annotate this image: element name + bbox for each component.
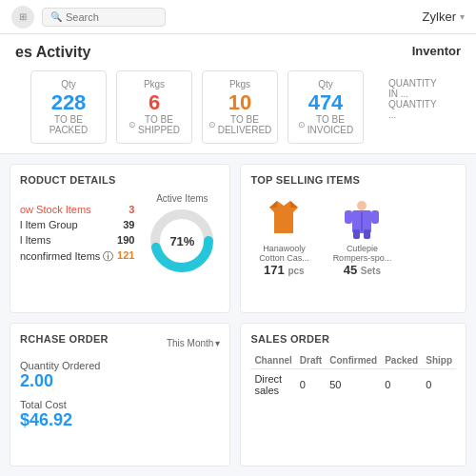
- inventory-side: QUANTITY IN ... QUANTITY ...: [373, 70, 451, 144]
- stat-number-delivered: 10: [216, 91, 264, 114]
- search-bar[interactable]: 🔍: [42, 8, 166, 27]
- svg-point-6: [357, 201, 367, 210]
- company-name: Zylker: [423, 10, 456, 24]
- so-cell-shipped-1: 0: [422, 369, 456, 401]
- po-cost-stat: Total Cost $46.92: [20, 399, 220, 430]
- so-row-1[interactable]: Direct sales 0 50 0 0: [250, 369, 456, 401]
- app-logo[interactable]: ⊞: [11, 6, 34, 29]
- search-icon: 🔍: [50, 11, 62, 22]
- purchase-order-card: RCHASE ORDER This Month ▾ Quantity Order…: [10, 323, 230, 466]
- svg-rect-11: [364, 229, 370, 239]
- page-header: es Activity Inventor Qty 228 TO BE PACKE…: [0, 34, 476, 154]
- po-period[interactable]: This Month ▾: [167, 338, 220, 348]
- stat-card-packed[interactable]: Qty 228 TO BE PACKED: [30, 70, 107, 144]
- app-icon: ⊞: [19, 11, 27, 22]
- stat-desc-packed: TO BE PACKED: [45, 114, 92, 135]
- main-area: es Activity Inventor Qty 228 TO BE PACKE…: [0, 34, 476, 476]
- content-area: es Activity Inventor Qty 228 TO BE PACKE…: [0, 34, 476, 476]
- stat-unit-invoiced: Qty: [302, 79, 349, 89]
- product-list: ow Stock Items 3 l Item Group 39 l Items…: [20, 202, 134, 266]
- so-col-draft: Draft: [296, 352, 326, 369]
- stat-card-shipped[interactable]: Pkgs 6 ⊙ TO BE SHIPPED: [116, 70, 192, 144]
- nav-left: ⊞ 🔍: [11, 6, 166, 29]
- donut-percentage: 71%: [169, 234, 194, 248]
- svg-rect-7: [345, 210, 352, 224]
- stat-desc-delivered: ⊙ TO BE DELIVERED: [216, 114, 264, 135]
- po-qty-value: 2.00: [20, 371, 220, 391]
- item-unit-1: pcs: [288, 266, 304, 276]
- so-col-packed: Packed: [381, 352, 422, 369]
- po-qty-label: Quantity Ordered: [20, 360, 220, 371]
- stat-unit-packed: Qty: [45, 79, 92, 89]
- svg-marker-3: [269, 201, 277, 208]
- so-header-row: Channel Draft Confirmed Packed Shipp: [250, 352, 456, 369]
- item-group-label: l Item Group: [20, 219, 78, 230]
- svg-rect-10: [353, 229, 360, 239]
- so-cell-channel-1: Direct sales: [250, 369, 295, 401]
- po-title: RCHASE ORDER: [20, 333, 109, 345]
- clock-icon: ⊙: [129, 120, 136, 129]
- po-qty-stat: Quantity Ordered 2.00: [20, 360, 220, 391]
- jacket-svg: [338, 193, 386, 241]
- product-content: ow Stock Items 3 l Item Group 39 l Items…: [20, 193, 220, 274]
- so-cell-draft-1: 0: [296, 369, 326, 401]
- clock-icon-2: ⊙: [208, 120, 216, 129]
- stat-unit-delivered: Pkgs: [216, 79, 264, 89]
- item-name-2: Cutlepie Rompers-spo...: [328, 244, 395, 263]
- svg-marker-4: [290, 201, 298, 208]
- tshirt-svg: [260, 193, 307, 241]
- unconfirmed-value: 121: [117, 249, 134, 264]
- inventory-label: Inventor: [412, 44, 461, 58]
- low-stock-value: 3: [129, 204, 134, 215]
- chevron-down-icon-po: ▾: [215, 338, 220, 348]
- product-details-title: RODUCT DETAILS: [20, 174, 220, 186]
- top-nav: ⊞ 🔍 Zylker ▾: [0, 0, 476, 34]
- item-image-1: [260, 193, 307, 241]
- stat-card-invoiced[interactable]: Qty 474 ⊙ TO BE INVOICED: [288, 70, 364, 144]
- so-col-shipped: Shipp: [422, 352, 456, 369]
- items-value: 190: [117, 234, 134, 246]
- page-title: es Activity: [15, 44, 90, 61]
- donut-chart-container: Active Items 71%: [144, 193, 220, 274]
- po-cost-label: Total Cost: [20, 399, 220, 410]
- so-table: Channel Draft Confirmed Packed Shipp Dir…: [250, 352, 456, 400]
- stat-number-packed: 228: [45, 91, 92, 114]
- so-col-channel: Channel: [250, 352, 295, 369]
- so-cell-confirmed-1: 50: [326, 369, 381, 401]
- stat-number-shipped: 6: [130, 91, 178, 114]
- product-row-lowstock[interactable]: ow Stock Items 3: [20, 202, 134, 217]
- product-row-unconfirmed[interactable]: nconfirmed Items ⓘ 121: [20, 248, 134, 266]
- top-selling-title: TOP SELLING ITEMS: [250, 174, 456, 186]
- stat-unit-shipped: Pkgs: [130, 79, 178, 89]
- stat-desc-invoiced: ⊙ TO BE INVOICED: [302, 114, 349, 135]
- nav-right: Zylker ▾: [423, 10, 465, 24]
- item-qty-1: 171 pcs: [264, 263, 305, 277]
- so-cell-packed-1: 0: [381, 369, 422, 401]
- search-input[interactable]: [66, 11, 157, 23]
- selling-item-2[interactable]: Cutlepie Rompers-spo... 45 Sets: [328, 193, 395, 277]
- items-label: l Items: [20, 234, 50, 246]
- stat-desc-shipped: ⊙ TO BE SHIPPED: [130, 114, 178, 135]
- po-stats: Quantity Ordered 2.00 Total Cost $46.92: [20, 360, 220, 430]
- unconfirmed-label: nconfirmed Items ⓘ: [20, 249, 113, 264]
- item-image-2: [338, 193, 386, 241]
- low-stock-label: ow Stock Items: [20, 204, 91, 215]
- stats-row: Qty 228 TO BE PACKED Pkgs 6 ⊙ TO BE SHIP…: [15, 70, 461, 153]
- stat-card-delivered[interactable]: Pkgs 10 ⊙ TO BE DELIVERED: [202, 70, 278, 144]
- item-name-1: Hanawooly Cotton Cas...: [250, 244, 317, 263]
- po-cost-value: $46.92: [20, 410, 220, 430]
- chevron-down-icon[interactable]: ▾: [460, 11, 465, 22]
- donut-wrapper: 71%: [149, 208, 215, 274]
- product-row-itemgroup[interactable]: l Item Group 39: [20, 217, 134, 232]
- clock-icon-3: ⊙: [298, 120, 306, 129]
- svg-rect-8: [371, 210, 379, 224]
- inventory-line2: QUANTITY ...: [388, 99, 436, 120]
- so-col-confirmed: Confirmed: [326, 352, 381, 369]
- selling-item-1[interactable]: Hanawooly Cotton Cas... 171 pcs: [250, 193, 317, 277]
- top-selling-card: TOP SELLING ITEMS Hanawooly Cotton Cas..…: [240, 164, 466, 313]
- body-grid: RODUCT DETAILS ow Stock Items 3 l Item G…: [0, 154, 476, 476]
- so-table-body: Direct sales 0 50 0 0: [250, 369, 456, 401]
- top-selling-items: Hanawooly Cotton Cas... 171 pcs: [250, 193, 456, 277]
- sales-order-card: SALES ORDER Channel Draft Confirmed Pack…: [240, 323, 466, 466]
- product-row-items[interactable]: l Items 190: [20, 232, 134, 248]
